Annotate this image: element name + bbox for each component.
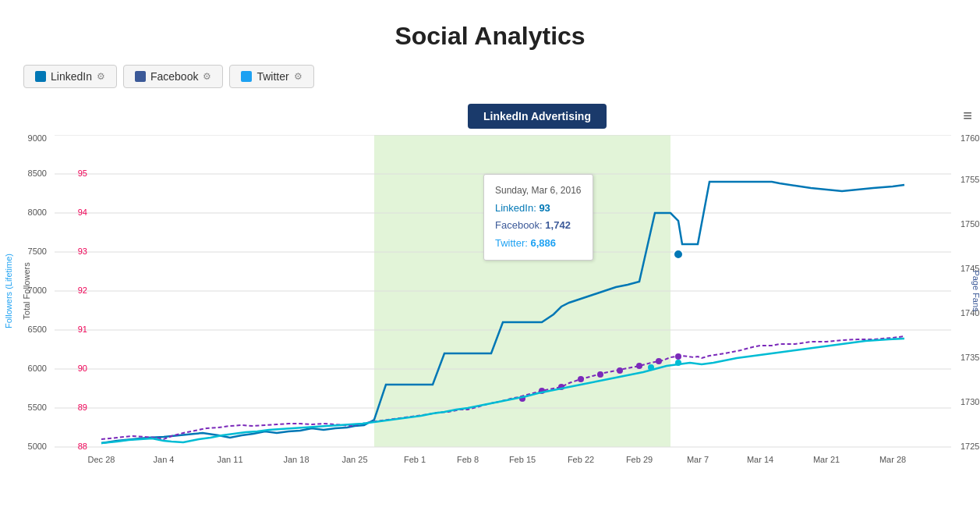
svg-text:8500: 8500: [28, 169, 47, 178]
svg-point-53: [597, 371, 603, 378]
tooltip-twitter-value: 6,886: [531, 237, 557, 249]
svg-text:6000: 6000: [28, 364, 47, 373]
svg-text:Jan 11: Jan 11: [217, 455, 242, 464]
svg-text:Jan 25: Jan 25: [341, 455, 367, 464]
svg-text:Jan 18: Jan 18: [283, 455, 309, 464]
svg-point-55: [636, 363, 642, 369]
svg-text:5000: 5000: [28, 442, 47, 451]
svg-text:Mar 7: Mar 7: [687, 455, 709, 464]
tooltip-linkedin-value: 93: [539, 202, 550, 214]
gear-icon-facebook[interactable]: ⚙: [203, 71, 211, 82]
tooltip-twitter: Twitter: 6,886: [495, 235, 582, 252]
tooltip-facebook-label: Facebook:: [495, 219, 543, 231]
svg-point-57: [675, 353, 681, 360]
linkedin-advertising-button[interactable]: LinkedIn Advertising: [468, 104, 607, 129]
page-title: Social Analytics: [0, 0, 980, 65]
tabs-bar: LinkedIn ⚙ Facebook ⚙ Twitter ⚙: [0, 65, 980, 96]
tab-linkedin-label: LinkedIn: [51, 70, 92, 83]
page-container: Social Analytics LinkedIn ⚙ Facebook ⚙ T…: [0, 0, 980, 518]
tooltip-twitter-label: Twitter:: [495, 237, 528, 249]
svg-point-60: [675, 360, 681, 366]
hamburger-menu-button[interactable]: ≡: [963, 107, 972, 125]
svg-text:Feb 29: Feb 29: [626, 455, 653, 464]
svg-text:7500: 7500: [28, 247, 47, 256]
svg-text:Followers (Lifetime): Followers (Lifetime): [4, 254, 13, 328]
svg-text:1755: 1755: [961, 175, 979, 184]
svg-point-56: [656, 358, 662, 364]
svg-text:1730: 1730: [961, 397, 979, 406]
svg-text:90: 90: [78, 364, 87, 373]
svg-point-52: [578, 376, 584, 382]
facebook-icon: [135, 71, 146, 82]
svg-point-58: [674, 250, 683, 259]
svg-text:6500: 6500: [28, 325, 47, 334]
tooltip-linkedin: LinkedIn: 93: [495, 200, 582, 217]
svg-point-54: [617, 367, 623, 374]
svg-text:8000: 8000: [28, 208, 47, 217]
svg-text:91: 91: [78, 325, 87, 334]
svg-text:Feb 15: Feb 15: [509, 455, 536, 464]
svg-text:92: 92: [78, 286, 87, 295]
tooltip-date: Sunday, Mar 6, 2016: [495, 183, 582, 198]
gear-icon-linkedin[interactable]: ⚙: [97, 71, 105, 82]
linkedin-icon: [35, 71, 46, 82]
svg-text:1750: 1750: [961, 219, 979, 229]
svg-text:Mar 14: Mar 14: [747, 455, 773, 464]
svg-text:Mar 21: Mar 21: [813, 455, 840, 464]
chart-area: LinkedIn Advertising ≡ 5000 5500 6000: [0, 104, 980, 478]
svg-text:93: 93: [78, 247, 87, 256]
tab-facebook-label: Facebook: [150, 70, 198, 83]
tooltip-facebook: Facebook: 1,742: [495, 217, 582, 234]
svg-text:Feb 1: Feb 1: [404, 455, 426, 464]
svg-text:5500: 5500: [28, 403, 47, 412]
svg-text:9000: 9000: [28, 135, 47, 143]
svg-text:95: 95: [78, 169, 87, 178]
tab-twitter-label: Twitter: [256, 70, 288, 83]
svg-text:Feb 8: Feb 8: [457, 455, 479, 464]
gear-icon-twitter[interactable]: ⚙: [294, 71, 302, 82]
svg-text:Total Followers: Total Followers: [22, 262, 31, 320]
chart-tooltip: Sunday, Mar 6, 2016 LinkedIn: 93 Faceboo…: [483, 174, 593, 261]
svg-text:1735: 1735: [961, 353, 979, 362]
svg-text:1760: 1760: [961, 135, 979, 143]
twitter-icon: [241, 71, 252, 82]
tab-facebook[interactable]: Facebook ⚙: [123, 65, 223, 88]
tooltip-linkedin-label: LinkedIn:: [495, 202, 536, 214]
svg-text:89: 89: [78, 403, 87, 412]
tab-twitter[interactable]: Twitter ⚙: [229, 65, 313, 88]
svg-text:Feb 22: Feb 22: [568, 455, 594, 464]
svg-text:Jan 4: Jan 4: [154, 455, 175, 464]
svg-text:1725: 1725: [961, 442, 979, 451]
svg-text:Mar 28: Mar 28: [879, 455, 906, 464]
svg-point-59: [648, 364, 654, 371]
svg-text:Page Fans: Page Fans: [971, 270, 980, 312]
tooltip-facebook-value: 1,742: [545, 219, 571, 231]
svg-text:Dec 28: Dec 28: [88, 455, 115, 464]
svg-text:94: 94: [78, 208, 87, 217]
svg-text:88: 88: [78, 442, 87, 451]
tab-linkedin[interactable]: LinkedIn ⚙: [23, 65, 117, 88]
